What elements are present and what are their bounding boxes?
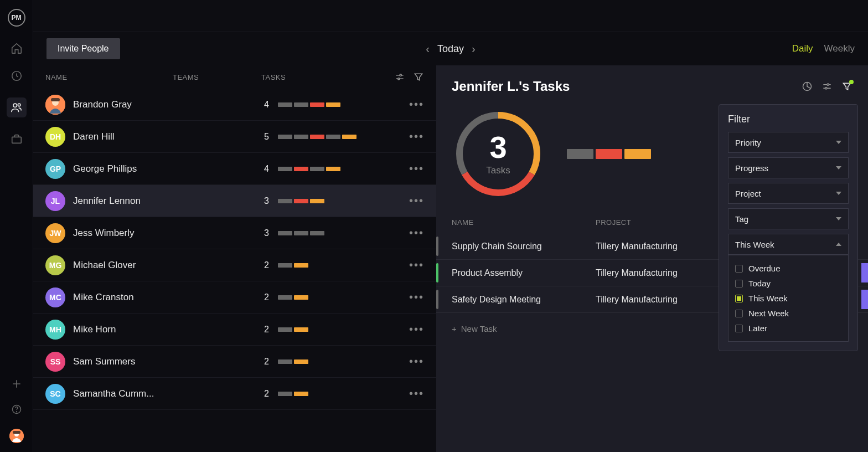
filter-time-select[interactable]: This Week [728, 234, 849, 255]
help-icon[interactable] [11, 403, 23, 415]
more-icon[interactable]: ••• [409, 291, 424, 304]
task-bar [294, 263, 308, 268]
invite-people-button[interactable]: Invite People [46, 38, 120, 59]
filter-options: OverdueTodayThis WeekNext WeekLater [728, 255, 849, 342]
checkbox[interactable] [735, 295, 743, 302]
task-right-indicator [861, 263, 868, 282]
avatar: DH [45, 127, 65, 147]
person-name: Samantha Cumm... [73, 388, 173, 399]
task-bar [326, 135, 340, 139]
svg-point-16 [825, 88, 827, 89]
person-row[interactable]: JWJess Wimberly3••• [33, 217, 436, 249]
filter-select-tag[interactable]: Tag [728, 208, 849, 229]
tasks-cell: 2 [261, 260, 409, 270]
person-name: George Phillips [73, 163, 173, 174]
task-bar [310, 135, 324, 139]
chevron-up-icon [836, 243, 841, 246]
filter-option-label: This Week [748, 294, 788, 303]
checkbox[interactable] [735, 325, 743, 332]
sidebar: PM [0, 0, 33, 452]
task-bar [278, 359, 292, 364]
task-bar [294, 392, 308, 396]
clock-icon[interactable] [11, 70, 23, 82]
summary-bar [596, 149, 622, 159]
filter-option[interactable]: Overdue [734, 261, 843, 276]
task-bar [278, 135, 292, 139]
person-row[interactable]: MCMike Cranston2••• [33, 281, 436, 314]
filter-option[interactable]: Today [734, 276, 843, 291]
current-date-label: Today [437, 43, 464, 55]
filter-select-label: Project [735, 189, 761, 198]
person-row[interactable]: GPGeorge Phillips4••• [33, 153, 436, 185]
avatar: MH [45, 320, 65, 340]
filter-select-label: Progress [735, 163, 768, 173]
more-icon[interactable]: ••• [409, 355, 424, 368]
more-icon[interactable]: ••• [409, 259, 424, 271]
svg-point-1 [13, 104, 17, 107]
sidebar-bottom [9, 378, 24, 443]
more-icon[interactable]: ••• [409, 130, 424, 143]
task-bar [294, 327, 308, 332]
task-count: 3 [261, 228, 269, 238]
ring-count: 3 [489, 132, 507, 163]
filter-option[interactable]: Later [734, 321, 843, 336]
plus-icon[interactable] [11, 378, 23, 390]
detail-sliders-icon[interactable] [822, 81, 833, 92]
svg-rect-8 [13, 431, 20, 434]
person-row[interactable]: MHMike Horn2••• [33, 314, 436, 346]
more-icon[interactable]: ••• [409, 162, 424, 175]
summary-bars [567, 149, 651, 159]
sliders-icon[interactable] [394, 71, 405, 83]
task-bar [278, 199, 292, 203]
pie-chart-icon[interactable] [802, 81, 813, 92]
person-name: Daren Hill [73, 131, 173, 142]
more-icon[interactable]: ••• [409, 98, 424, 111]
topbar [33, 0, 868, 32]
more-icon[interactable]: ••• [409, 323, 424, 336]
person-row[interactable]: JLJennifer Lennon3••• [33, 185, 436, 217]
person-row[interactable]: MGMichael Glover2••• [33, 249, 436, 281]
filter-select-priority[interactable]: Priority [728, 132, 849, 153]
person-row[interactable]: SSSam Summers2••• [33, 346, 436, 378]
tasks-cell: 2 [261, 292, 409, 302]
people-column-headers: NAME TEAMS TASKS [33, 65, 436, 89]
people-icon[interactable] [7, 97, 27, 117]
task-count: 5 [261, 132, 269, 142]
filter-option-label: Overdue [748, 264, 781, 273]
filter-select-project[interactable]: Project [728, 183, 849, 204]
person-row[interactable]: DHDaren Hill5••• [33, 121, 436, 153]
next-chevron-icon[interactable]: › [472, 43, 476, 55]
checkbox[interactable] [735, 280, 743, 287]
user-avatar[interactable] [9, 429, 24, 443]
new-task-label: New Task [461, 324, 497, 333]
task-bar [278, 392, 292, 396]
weekly-view-tab[interactable]: Weekly [824, 43, 855, 54]
task-bars [278, 359, 308, 364]
col-header-tasks: TASKS [261, 73, 394, 81]
more-icon[interactable]: ••• [409, 387, 424, 400]
filter-funnel-icon[interactable] [413, 71, 424, 83]
filter-select-progress[interactable]: Progress [728, 157, 849, 178]
filter-option[interactable]: Next Week [734, 306, 843, 321]
filter-option[interactable]: This Week [734, 291, 843, 306]
task-bar [342, 135, 356, 139]
svg-rect-3 [12, 137, 21, 143]
filter-title: Filter [728, 114, 849, 125]
task-count: 2 [261, 357, 269, 367]
app-logo[interactable]: PM [8, 9, 25, 27]
daily-view-tab[interactable]: Daily [792, 43, 813, 54]
task-name: Supply Chain Sourcing [452, 242, 596, 251]
person-name: Mike Horn [73, 324, 173, 335]
checkbox[interactable] [735, 310, 743, 317]
filter-option-label: Later [748, 323, 767, 333]
more-icon[interactable]: ••• [409, 227, 424, 239]
home-icon[interactable] [11, 42, 23, 54]
filter-option-label: Today [748, 279, 771, 288]
detail-filter-funnel-icon[interactable] [841, 81, 852, 92]
person-row[interactable]: Brandon Gray4••• [33, 89, 436, 121]
person-row[interactable]: SCSamantha Cumm...2••• [33, 378, 436, 410]
more-icon[interactable]: ••• [409, 194, 424, 207]
briefcase-icon[interactable] [11, 133, 23, 145]
prev-chevron-icon[interactable]: ‹ [426, 43, 430, 55]
checkbox[interactable] [735, 265, 743, 273]
